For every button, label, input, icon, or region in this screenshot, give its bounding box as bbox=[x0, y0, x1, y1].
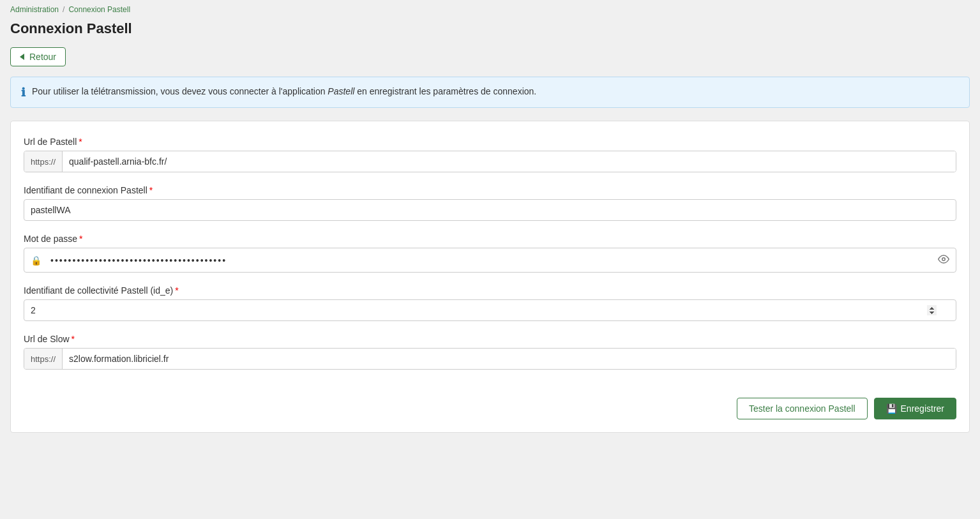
id-collectivite-required: * bbox=[175, 285, 178, 296]
password-label: Mot de passe* bbox=[24, 234, 956, 244]
url-slow-label: Url de Slow* bbox=[24, 334, 956, 344]
identifiant-input[interactable] bbox=[24, 199, 956, 221]
password-input[interactable] bbox=[48, 250, 931, 271]
test-connection-button[interactable]: Tester la connexion Pastell bbox=[737, 398, 868, 419]
id-collectivite-wrapper bbox=[24, 299, 956, 321]
save-icon: 💾 bbox=[886, 403, 897, 414]
info-banner: ℹ Pour utiliser la télétransmission, vou… bbox=[10, 77, 970, 108]
url-pastell-group: Url de Pastell* https:// bbox=[24, 137, 956, 172]
page-wrapper: Administration / Connexion Pastell Conne… bbox=[0, 0, 980, 519]
url-pastell-input-group: https:// bbox=[24, 151, 956, 172]
password-wrapper: 🔒 bbox=[24, 248, 956, 273]
svg-point-0 bbox=[942, 258, 946, 261]
id-collectivite-input[interactable] bbox=[24, 299, 956, 321]
url-pastell-input[interactable] bbox=[63, 151, 956, 172]
save-button[interactable]: 💾 Enregistrer bbox=[874, 398, 956, 419]
info-app-name: Pastell bbox=[328, 86, 354, 96]
identifiant-required: * bbox=[149, 185, 153, 195]
breadcrumb-current: Connexion Pastell bbox=[68, 5, 130, 14]
url-pastell-required: * bbox=[79, 137, 82, 147]
url-slow-required: * bbox=[72, 334, 75, 344]
password-group: Mot de passe* 🔒 bbox=[24, 234, 956, 273]
password-toggle-icon[interactable] bbox=[931, 248, 956, 272]
back-button-label: Retour bbox=[29, 52, 56, 62]
form-actions: Tester la connexion Pastell 💾 Enregistre… bbox=[24, 387, 956, 419]
info-banner-text: Pour utiliser la télétransmission, vous … bbox=[32, 85, 536, 98]
password-required: * bbox=[79, 234, 82, 244]
breadcrumb-separator: / bbox=[63, 5, 64, 14]
url-slow-prefix: https:// bbox=[24, 349, 63, 369]
info-text-after: en enregistrant les paramètres de connex… bbox=[354, 86, 536, 96]
save-label: Enregistrer bbox=[901, 403, 944, 414]
form-card: Url de Pastell* https:// Identifiant de … bbox=[10, 121, 970, 433]
breadcrumb: Administration / Connexion Pastell bbox=[10, 5, 970, 14]
lock-icon: 🔒 bbox=[24, 250, 48, 271]
url-slow-group: Url de Slow* https:// bbox=[24, 334, 956, 370]
info-icon: ℹ bbox=[21, 86, 26, 100]
arrow-left-icon bbox=[20, 54, 24, 60]
url-pastell-prefix: https:// bbox=[24, 151, 63, 172]
url-pastell-label: Url de Pastell* bbox=[24, 137, 956, 147]
back-button[interactable]: Retour bbox=[10, 47, 66, 66]
breadcrumb-parent-link[interactable]: Administration bbox=[10, 5, 59, 14]
id-collectivite-label: Identifiant de collectivité Pastell (id_… bbox=[24, 285, 956, 296]
identifiant-label: Identifiant de connexion Pastell* bbox=[24, 185, 956, 195]
url-slow-input-group: https:// bbox=[24, 348, 956, 370]
info-text-before: Pour utiliser la télétransmission, vous … bbox=[32, 86, 328, 96]
identifiant-group: Identifiant de connexion Pastell* bbox=[24, 185, 956, 221]
url-slow-input[interactable] bbox=[63, 349, 956, 369]
page-title: Connexion Pastell bbox=[10, 20, 970, 37]
id-collectivite-group: Identifiant de collectivité Pastell (id_… bbox=[24, 285, 956, 321]
